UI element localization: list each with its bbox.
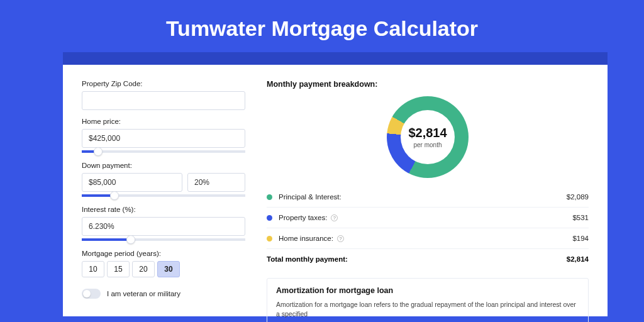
interest-rate-block: Interest rate (%): [82, 206, 245, 241]
veteran-label: I am veteran or military [107, 290, 180, 297]
breakdown-heading: Monthly payment breakdown: [267, 80, 589, 89]
home-price-slider[interactable] [82, 150, 245, 153]
interest-rate-label: Interest rate (%): [82, 206, 245, 213]
legend-label: Property taxes:? [279, 214, 572, 221]
home-price-input[interactable] [82, 129, 245, 148]
home-price-block: Home price: [82, 118, 245, 153]
breakdown-column: Monthly payment breakdown: $2,814 per mo… [267, 80, 589, 304]
legend-label: Home insurance:? [279, 235, 572, 242]
legend-amount: $531 [572, 214, 589, 221]
slider-thumb-icon[interactable] [110, 191, 119, 200]
legend-dot-icon [267, 194, 272, 200]
period-button-15[interactable]: 15 [107, 261, 130, 277]
slider-thumb-icon[interactable] [94, 147, 103, 156]
donut-amount: $2,814 [408, 126, 447, 140]
legend-row: Property taxes:?$531 [267, 208, 589, 228]
legend-label: Principal & Interest: [279, 193, 567, 201]
period-button-30[interactable]: 30 [157, 261, 180, 277]
down-payment-label: Down payment: [82, 162, 245, 169]
veteran-toggle[interactable] [82, 289, 101, 299]
legend-dot-icon [267, 215, 272, 221]
donut-center: $2,814 per month [401, 110, 455, 164]
donut-chart: $2,814 per month [387, 96, 469, 178]
info-icon[interactable]: ? [331, 214, 338, 221]
donut-sublabel: per month [413, 142, 441, 148]
period-button-10[interactable]: 10 [82, 261, 104, 277]
down-payment-block: Down payment: [82, 162, 245, 197]
info-icon[interactable]: ? [337, 235, 344, 242]
down-payment-slider[interactable] [82, 194, 245, 197]
down-payment-amount-input[interactable] [82, 173, 182, 192]
legend-row: Principal & Interest:$2,089 [267, 187, 589, 208]
amortization-heading: Amortization for mortgage loan [276, 286, 579, 295]
period-block: Mortgage period (years): 10152030 [82, 250, 245, 277]
legend-row: Home insurance:?$194 [267, 228, 589, 248]
calculator-card: Property Zip Code: Home price: Down paym… [63, 65, 608, 316]
veteran-row: I am veteran or military [82, 289, 245, 299]
zip-field-block: Property Zip Code: [82, 80, 245, 110]
interest-rate-input[interactable] [82, 217, 245, 236]
donut-chart-wrap: $2,814 per month [267, 94, 589, 187]
total-row: Total monthly payment: $2,814 [267, 248, 589, 269]
inputs-column: Property Zip Code: Home price: Down paym… [82, 80, 245, 304]
total-label: Total monthly payment: [267, 255, 567, 263]
legend-amount: $194 [572, 235, 589, 242]
amortization-body: Amortization for a mortgage loan refers … [276, 300, 579, 318]
zip-label: Property Zip Code: [82, 80, 245, 87]
interest-rate-slider[interactable] [82, 238, 245, 241]
home-price-label: Home price: [82, 118, 245, 125]
zip-input[interactable] [82, 91, 245, 110]
period-label: Mortgage period (years): [82, 250, 245, 257]
amortization-box: Amortization for mortgage loan Amortizat… [267, 278, 589, 322]
total-amount: $2,814 [567, 255, 589, 263]
legend-dot-icon [267, 236, 272, 242]
period-button-20[interactable]: 20 [132, 261, 155, 277]
down-payment-pct-input[interactable] [187, 173, 245, 192]
legend-amount: $2,089 [567, 193, 589, 201]
slider-thumb-icon[interactable] [126, 235, 135, 244]
page-title: Tumwater Mortgage Calculator [0, 0, 644, 52]
